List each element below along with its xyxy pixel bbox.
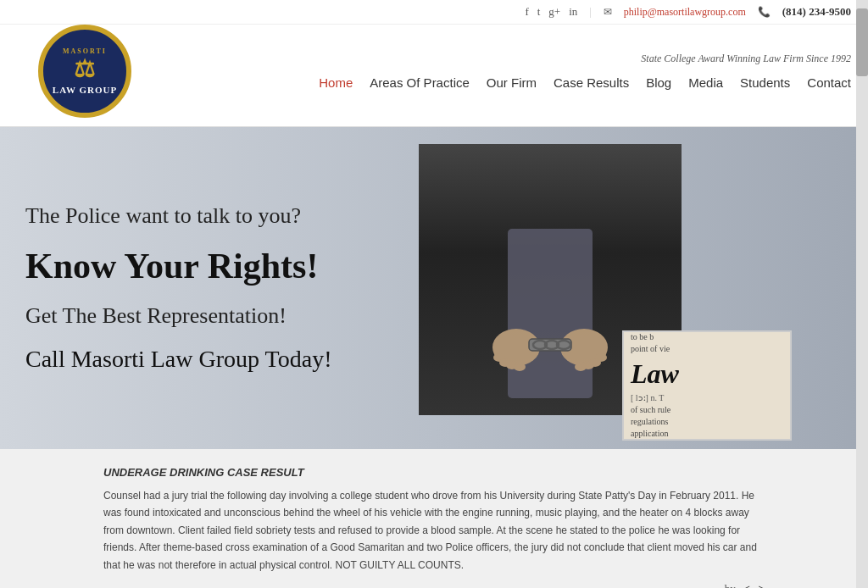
- header-right: State College Award Winning Law Firm Sin…: [161, 53, 851, 90]
- twitter-link[interactable]: t: [537, 5, 541, 19]
- email-link[interactable]: philip@masortilawgroup.com: [624, 6, 746, 19]
- law-text-5: application: [631, 428, 783, 440]
- googleplus-link[interactable]: g+: [548, 5, 560, 19]
- hero-text: The Police want to talk to you? Know You…: [25, 203, 381, 373]
- logo-area: MASORTI ⚖ LAW GROUP: [8, 25, 161, 118]
- phone-icon: 📞: [758, 6, 771, 19]
- svg-rect-0: [508, 229, 593, 398]
- nav-our-firm[interactable]: Our Firm: [487, 75, 537, 90]
- case-result-body: Counsel had a jury trial the following d…: [103, 487, 765, 574]
- law-text-4: regulations: [631, 416, 783, 428]
- hero-section: The Police want to talk to you? Know You…: [0, 127, 868, 449]
- nav-areas-of-practice[interactable]: Areas Of Practice: [370, 75, 470, 90]
- hero-line2: Know Your Rights!: [25, 246, 381, 286]
- hero-line4: Call Masorti Law Group Today!: [25, 346, 381, 373]
- law-word: Law: [631, 355, 783, 393]
- top-bar: f t g+ in | ✉ philip@masortilawgroup.com…: [0, 0, 868, 25]
- scales-icon: ⚖: [74, 55, 96, 83]
- hero-line3: Get The Best Representation!: [25, 303, 381, 329]
- law-text-1: to be b: [631, 331, 783, 343]
- law-dictionary-image: to be b point of vie Law [ lɔː] n. T of …: [622, 330, 792, 441]
- linkedin-link[interactable]: in: [569, 5, 577, 19]
- nav-blog[interactable]: Blog: [646, 75, 671, 90]
- case-result-prev-button[interactable]: <: [743, 582, 749, 588]
- email-icon: ✉: [604, 6, 612, 19]
- scroll-thumb[interactable]: [856, 8, 868, 76]
- phone-number: (814) 234-9500: [782, 5, 851, 19]
- svg-point-10: [514, 363, 526, 371]
- nav-media[interactable]: Media: [688, 75, 723, 90]
- nav-contact[interactable]: Contact: [807, 75, 851, 90]
- law-phonetic: [ lɔː] n. T: [631, 392, 783, 404]
- header: MASORTI ⚖ LAW GROUP State College Award …: [0, 25, 868, 127]
- logo-text-main: LAW GROUP: [53, 85, 117, 95]
- logo[interactable]: MASORTI ⚖ LAW GROUP: [38, 25, 131, 118]
- logo-text-top: MASORTI: [63, 47, 107, 55]
- tagline: State College Award Winning Law Firm Sin…: [641, 53, 851, 65]
- facebook-link[interactable]: f: [525, 5, 528, 19]
- case-result-section: UNDERAGE DRINKING CASE RESULT Counsel ha…: [0, 449, 868, 588]
- nav-students[interactable]: Students: [740, 75, 790, 90]
- law-text-3: of such rule: [631, 404, 783, 416]
- nav-case-results[interactable]: Case Results: [554, 75, 629, 90]
- case-result-next-button[interactable]: >: [759, 582, 765, 588]
- hero-line1: The Police want to talk to you?: [25, 203, 381, 229]
- svg-point-14: [575, 363, 587, 371]
- law-text-2: point of vie: [631, 343, 783, 355]
- handcuffs-svg: [457, 229, 643, 398]
- main-nav: Home Areas Of Practice Our Firm Case Res…: [319, 75, 851, 90]
- case-result-nav: by < >: [103, 582, 765, 588]
- scrollbar[interactable]: [856, 0, 868, 588]
- case-result-inner: UNDERAGE DRINKING CASE RESULT Counsel ha…: [103, 466, 765, 588]
- case-result-by-label: by: [725, 582, 736, 588]
- social-icons: f t g+ in: [525, 5, 577, 19]
- case-result-title: UNDERAGE DRINKING CASE RESULT: [103, 466, 765, 479]
- nav-home[interactable]: Home: [319, 75, 353, 90]
